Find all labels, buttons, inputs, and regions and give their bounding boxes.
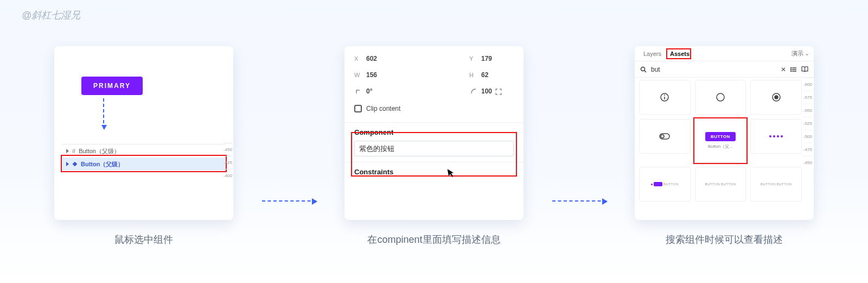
component-section-title: Component bbox=[354, 128, 514, 136]
panel-caption: 在compinent里面填写描述信息 bbox=[367, 233, 500, 246]
ruler-tick: -500 bbox=[803, 130, 813, 143]
ruler-tick: -550 bbox=[803, 104, 813, 117]
w-label: W bbox=[354, 72, 366, 78]
button-composite-icon: BUTTON bbox=[651, 182, 679, 186]
layer-name: Button（父级） bbox=[79, 147, 120, 155]
asset-card[interactable]: BUTTON bbox=[639, 167, 691, 202]
button-text-icon: BUTTONBUTTON bbox=[761, 183, 792, 186]
asset-card[interactable] bbox=[639, 80, 691, 115]
layers-panel: # Button（父级） ❖ Button（父级） bbox=[62, 144, 226, 171]
radio-on-icon bbox=[771, 92, 781, 102]
asset-card[interactable]: BUTTONBUTTON bbox=[750, 167, 802, 202]
panel-caption: 鼠标选中组件 bbox=[114, 233, 173, 246]
button-text-icon: BUTTONBUTTON bbox=[705, 183, 736, 186]
chevron-down-icon: ⌄ bbox=[805, 50, 809, 56]
svg-point-6 bbox=[790, 69, 791, 70]
layer-row[interactable]: # Button（父级） bbox=[62, 144, 226, 158]
clear-search-icon[interactable]: ✕ bbox=[781, 66, 786, 73]
asset-caption: Button（父... bbox=[708, 143, 733, 149]
assets-search-bar: but ✕ bbox=[635, 61, 814, 78]
list-view-icon[interactable] bbox=[790, 66, 797, 73]
rotation-value[interactable]: 0° bbox=[366, 87, 399, 95]
clip-content-checkbox[interactable] bbox=[354, 105, 362, 112]
svg-point-5 bbox=[790, 67, 791, 68]
corner-radius-icon bbox=[469, 87, 478, 96]
asset-card[interactable]: BUTTONBUTTON bbox=[695, 167, 746, 202]
ruler-tick: -450 bbox=[803, 156, 813, 169]
x-value[interactable]: 602 bbox=[366, 55, 399, 62]
expand-triangle-icon[interactable] bbox=[66, 162, 69, 166]
ruler-tick: -475 bbox=[803, 143, 813, 156]
component-icon: ❖ bbox=[72, 161, 78, 168]
ruler-tick: -525 bbox=[803, 117, 813, 130]
y-value[interactable]: 179 bbox=[481, 55, 514, 62]
layer-name: Button（父级） bbox=[81, 160, 124, 168]
tabs-bar: Layers Assets 演示⌄ bbox=[635, 46, 814, 61]
expand-corners-icon[interactable] bbox=[495, 89, 502, 95]
search-icon bbox=[640, 66, 647, 73]
asset-card[interactable] bbox=[695, 80, 746, 115]
layer-row-selected[interactable]: ❖ Button（父级） bbox=[62, 158, 226, 171]
ruler-tick: -600 bbox=[803, 78, 813, 91]
ruler-tick: -400 bbox=[224, 169, 232, 182]
ruler-tick: -450 bbox=[224, 143, 232, 156]
h-value[interactable]: 62 bbox=[481, 71, 514, 79]
svg-point-11 bbox=[664, 95, 665, 96]
asset-card-featured[interactable]: BUTTON Button（父... bbox=[695, 119, 746, 162]
rotation-icon bbox=[354, 87, 363, 96]
x-label: X bbox=[354, 55, 366, 62]
ruler-tick: -575 bbox=[803, 91, 813, 104]
svg-point-7 bbox=[790, 71, 791, 71]
tab-layers[interactable]: Layers bbox=[639, 46, 666, 61]
panel-search-assets: Layers Assets 演示⌄ but ✕ bbox=[635, 46, 814, 220]
asset-card[interactable] bbox=[639, 119, 691, 154]
arrow-down-icon bbox=[103, 98, 104, 129]
tab-assets[interactable]: Assets bbox=[666, 46, 694, 61]
panel-component-description: X 602 Y 179 W 156 H 62 0° bbox=[344, 46, 524, 220]
primary-button[interactable]: PRIMARY bbox=[81, 77, 143, 95]
asset-card[interactable] bbox=[750, 119, 802, 154]
library-icon[interactable] bbox=[801, 66, 808, 72]
svg-line-1 bbox=[644, 71, 646, 72]
w-value[interactable]: 156 bbox=[366, 71, 399, 79]
svg-point-12 bbox=[717, 93, 724, 101]
watermark: @斜杠七湿兄 bbox=[22, 9, 80, 22]
svg-point-14 bbox=[775, 96, 778, 99]
panel-caption: 搜索组件时候可以查看描述 bbox=[666, 233, 783, 246]
svg-point-16 bbox=[661, 135, 664, 138]
constraints-section-title: Constraints bbox=[354, 168, 514, 176]
present-button[interactable]: 演示⌄ bbox=[792, 49, 809, 58]
svg-point-0 bbox=[641, 67, 645, 71]
y-label: Y bbox=[469, 55, 481, 62]
canvas-ruler: -600 -575 -550 -525 -500 -475 -450 bbox=[803, 78, 813, 169]
assets-grid: BUTTON Button（父... BUTTON BU bbox=[639, 80, 802, 216]
toggle-icon bbox=[659, 133, 670, 140]
search-input[interactable]: but bbox=[651, 66, 776, 73]
frame-icon: # bbox=[72, 148, 75, 154]
button-pill: BUTTON bbox=[705, 132, 736, 141]
expand-triangle-icon[interactable] bbox=[66, 149, 69, 153]
clip-content-label: Clip content bbox=[366, 105, 400, 112]
dots-icon bbox=[769, 135, 783, 137]
flow-arrow-icon bbox=[262, 200, 316, 202]
info-icon bbox=[660, 92, 669, 102]
flow-arrow-icon bbox=[552, 200, 607, 202]
canvas-ruler: -450 -425 -400 bbox=[224, 143, 232, 182]
component-description-input[interactable] bbox=[354, 141, 514, 156]
asset-card[interactable] bbox=[750, 80, 802, 115]
diagram-stage: PRIMARY # Button（父级） ❖ Button（父级） -450 -… bbox=[0, 46, 868, 274]
panel-select-component: PRIMARY # Button（父级） ❖ Button（父级） -450 -… bbox=[54, 46, 233, 220]
ruler-tick: -425 bbox=[224, 156, 232, 169]
cursor-icon bbox=[447, 167, 456, 178]
h-label: H bbox=[469, 72, 481, 78]
circle-icon bbox=[716, 92, 725, 102]
